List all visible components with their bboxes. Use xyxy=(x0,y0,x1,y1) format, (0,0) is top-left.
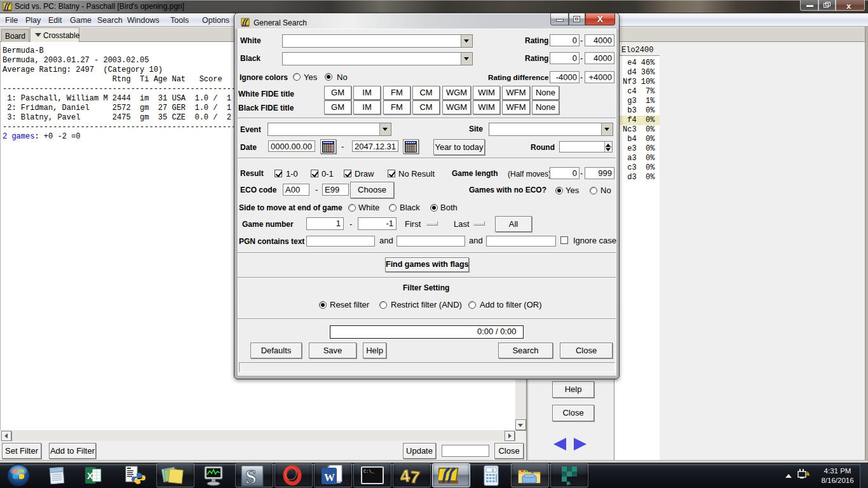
svg-text:7: 7 xyxy=(409,467,420,487)
svg-text:4: 4 xyxy=(400,466,411,485)
svg-text:C:\_: C:\_ xyxy=(363,469,375,474)
svg-text:S: S xyxy=(245,465,257,487)
svg-text:W: W xyxy=(324,471,335,484)
svg-text:X: X xyxy=(87,471,93,481)
